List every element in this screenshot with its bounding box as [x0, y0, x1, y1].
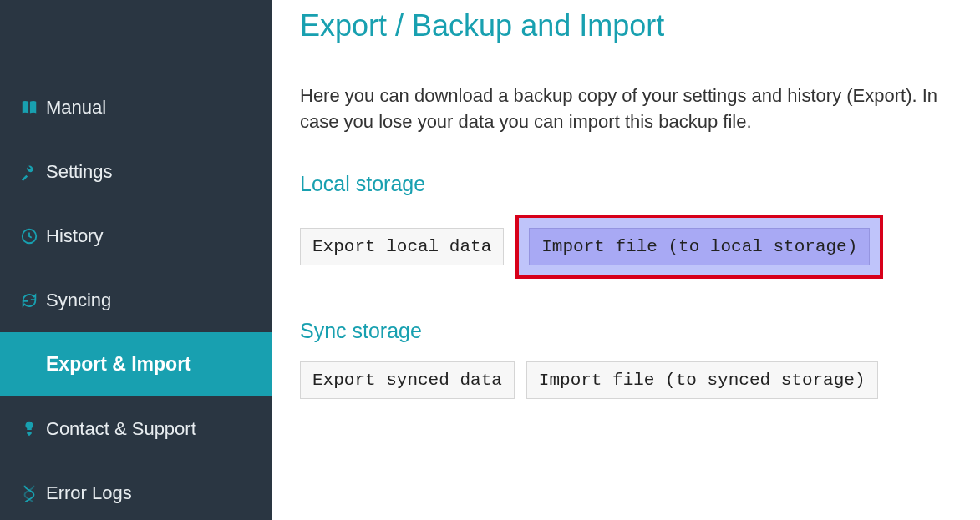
sidebar-item-contact-support[interactable]: Contact & Support [0, 396, 272, 461]
page-description: Here you can download a backup copy of y… [300, 83, 947, 135]
sidebar-item-label: Syncing [46, 290, 111, 311]
sidebar-item-label: Contact & Support [46, 418, 196, 440]
sidebar-item-syncing[interactable]: Syncing [0, 268, 272, 332]
tools-icon [13, 163, 46, 181]
sidebar: Manual Settings History Syncing Export & [0, 0, 272, 520]
sync-storage-heading: Sync storage [300, 319, 947, 343]
support-icon [13, 420, 46, 438]
sidebar-item-export-import[interactable]: Export & Import [0, 332, 272, 396]
sidebar-item-label: History [46, 225, 103, 247]
sidebar-item-settings[interactable]: Settings [0, 139, 272, 204]
sidebar-item-manual[interactable]: Manual [0, 75, 272, 139]
sidebar-item-label: Settings [46, 161, 113, 183]
sidebar-item-history[interactable]: History [0, 204, 272, 268]
page-title: Export / Backup and Import [300, 8, 947, 43]
sync-icon [13, 291, 46, 310]
book-icon [13, 98, 46, 117]
clock-icon [13, 227, 46, 245]
dna-icon [13, 484, 46, 502]
local-storage-buttons: Export local data Import file (to local … [300, 215, 947, 279]
import-local-file-button[interactable]: Import file (to local storage) [529, 228, 870, 265]
sidebar-item-error-logs[interactable]: Error Logs [0, 461, 272, 520]
import-local-highlight: Import file (to local storage) [515, 215, 883, 279]
export-local-data-button[interactable]: Export local data [300, 228, 504, 265]
sidebar-item-label: Manual [46, 97, 106, 119]
sidebar-item-label: Error Logs [46, 482, 132, 504]
main-content: Export / Backup and Import Here you can … [272, 0, 980, 520]
sidebar-item-label: Export & Import [46, 353, 191, 376]
export-synced-data-button[interactable]: Export synced data [300, 361, 515, 399]
local-storage-heading: Local storage [300, 172, 947, 196]
sync-storage-buttons: Export synced data Import file (to synce… [300, 361, 947, 399]
import-synced-file-button[interactable]: Import file (to synced storage) [526, 361, 878, 399]
